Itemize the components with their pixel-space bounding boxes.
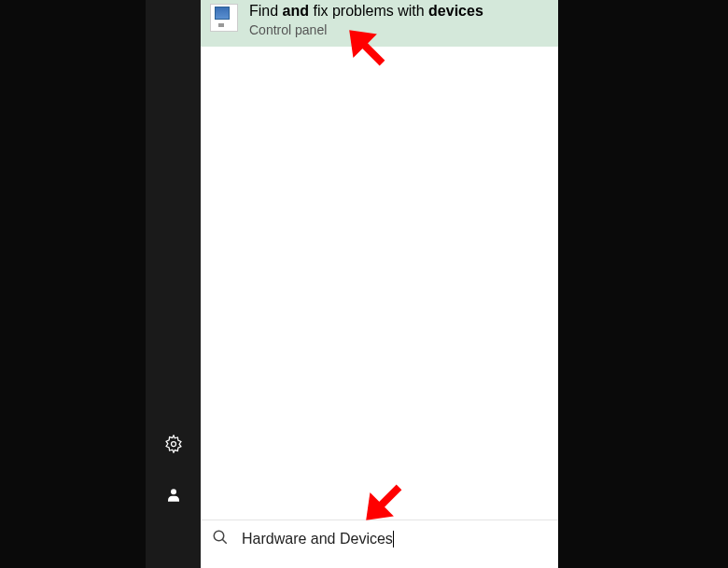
search-result-title: Find and fix problems with devices <box>249 2 483 20</box>
search-results-panel: Find and fix problems with devices Contr… <box>201 0 558 568</box>
svg-point-1 <box>171 489 176 494</box>
search-icon <box>212 529 229 549</box>
svg-point-2 <box>214 531 224 541</box>
search-result-subtitle: Control panel <box>249 22 483 37</box>
search-result-item[interactable]: Find and fix problems with devices Contr… <box>201 0 558 47</box>
right-border <box>558 0 728 568</box>
search-input-text: Hardware and Devices <box>242 531 393 547</box>
svg-point-0 <box>171 442 175 447</box>
device-troubleshoot-icon <box>210 4 238 32</box>
settings-icon[interactable] <box>164 435 183 457</box>
search-bar[interactable]: Hardware and Devices <box>201 520 558 557</box>
start-menu-sidebar <box>146 0 201 568</box>
text-caret <box>393 531 394 547</box>
search-result-text: Find and fix problems with devices Contr… <box>249 2 483 37</box>
svg-line-3 <box>222 539 227 544</box>
user-icon[interactable] <box>165 487 182 507</box>
